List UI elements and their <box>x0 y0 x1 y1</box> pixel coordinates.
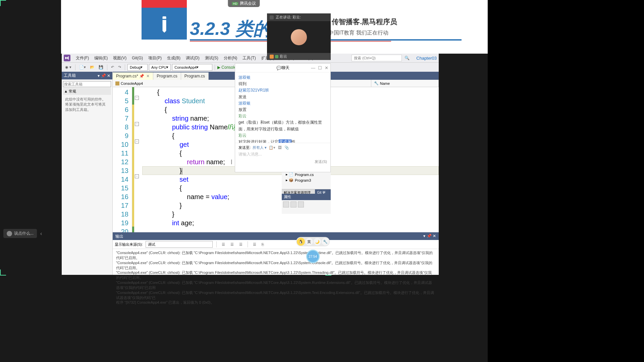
categorize-button[interactable] <box>283 201 289 207</box>
pencil-icon <box>152 12 176 36</box>
vs-menubar: 文件(F)编辑(E)视图(V)Git(G)项目(P)生成(B)调试(D)测试(S… <box>62 54 439 62</box>
menu-item[interactable]: 调试(D) <box>183 56 202 60</box>
properties-title: 属性 <box>282 194 331 200</box>
redo-button[interactable]: ↷ <box>117 64 122 70</box>
output-title: 输出 ▾ 📌 ✕ <box>113 233 439 240</box>
menu-item[interactable]: 编辑(E) <box>92 56 110 60</box>
chat-input[interactable]: 请输入消息... <box>238 152 327 157</box>
menu-item[interactable]: 测试(S) <box>202 56 221 60</box>
menu-item[interactable]: Git(G) <box>129 56 146 60</box>
new-item-button[interactable]: 📄▾ <box>78 64 87 70</box>
chat-header: 💬 聊天 — ☐ ✕ <box>235 64 330 72</box>
toolbox-empty-message: 此组中没有可用的控件。将某项拖至此文本可将其添加到工具箱。 <box>63 95 111 114</box>
solution-item[interactable]: ▸ 📦 Program3 <box>282 177 331 183</box>
output-panel: 输出 ▾ 📌 ✕ 显示输出来源(S): 调试 ☰☰☰ ☰ ⎘ "ConsoleA… <box>113 232 439 275</box>
mic-input-button[interactable]: 说点什么... <box>3 229 37 238</box>
file-tab[interactable]: Program.cs <box>181 72 209 80</box>
person-icon <box>270 55 274 59</box>
slide-blue-block <box>142 8 187 40</box>
send-to-label: 发送至: <box>238 145 251 150</box>
image-icon[interactable]: 🖼 <box>278 145 282 150</box>
undo-button[interactable]: ↶ <box>110 64 115 70</box>
file-tab[interactable]: Program.cs <box>153 72 181 80</box>
speaking-indicator: 正在讲话: 彩云: <box>267 13 331 21</box>
vs-logo-icon <box>64 55 70 61</box>
bottom-toolbar: 说点什么... ‹ <box>3 229 42 238</box>
wrench-button[interactable] <box>298 201 304 207</box>
solution-item[interactable]: ▸ 📄 Program.cs <box>282 172 331 177</box>
participant-name: 彩云 <box>267 53 331 60</box>
properties-panel: 属性 <box>282 194 331 214</box>
context-project[interactable]: ConsoleApp4 <box>113 80 242 87</box>
menu-item[interactable]: 工具(T) <box>240 56 258 60</box>
maximize-button[interactable]: ☐ <box>318 65 322 70</box>
output-content[interactable]: "ConsoleApp4.exe" (CoreCLR: clrhost): 已加… <box>113 249 439 306</box>
ime-settings-icon[interactable]: 🔧 <box>322 238 329 245</box>
toolbox-category[interactable]: ▲ 常规 <box>63 88 111 95</box>
alphabetize-button[interactable] <box>290 201 297 207</box>
ime-toolbar[interactable]: 🐧 英 🌙 🔧 <box>296 237 330 246</box>
output-toolbar: 显示输出来源(S): 调试 ☰☰☰ ☰ ⎘ <box>113 240 439 249</box>
video-thumbnail[interactable]: 正在讲话: 彩云: 彩云 <box>267 13 331 59</box>
back-button[interactable]: ◉ ▾ <box>64 64 73 70</box>
menu-item[interactable]: 分析(N) <box>221 56 240 60</box>
menu-item[interactable]: 项目(P) <box>146 56 164 60</box>
toolbox-search[interactable] <box>63 81 111 87</box>
status-dot <box>275 55 278 58</box>
output-source-dropdown[interactable]: 调试 <box>146 241 213 248</box>
vs-search-input[interactable] <box>352 55 402 61</box>
menu-item[interactable]: 生成(B) <box>164 56 183 60</box>
file-icon[interactable]: 📎 <box>284 145 289 150</box>
project-dropdown[interactable]: ConsoleApp4 ▾ <box>172 64 212 71</box>
config-dropdown[interactable]: Debug ▾ <box>127 64 148 71</box>
timer-widget[interactable]: 27:54 <box>306 250 320 263</box>
mic-icon <box>270 15 274 19</box>
close-button[interactable]: ✕ <box>325 65 328 70</box>
participant-avatar <box>267 21 331 53</box>
chat-messages[interactable]: 游双银得到赵紫芯321VR1班发送游双银放置彩云get（取值）和set（赋值）方… <box>235 72 330 143</box>
menu-item[interactable]: 视图(V) <box>110 56 129 60</box>
screenshot-icon[interactable]: 📋▾ <box>269 145 275 150</box>
chevron-left-icon[interactable]: ‹ <box>40 231 42 237</box>
save-button[interactable]: 💾 <box>97 64 105 70</box>
chat-panel: 💬 聊天 — ☐ ✕ 游双银得到赵紫芯321VR1班发送游双银放置彩云get（取… <box>235 63 331 172</box>
menu-item[interactable]: 文件(F) <box>73 56 92 60</box>
ime-moon-icon[interactable]: 🌙 <box>314 238 321 245</box>
platform-dropdown[interactable]: Any CPU ▾ <box>149 64 171 71</box>
tencent-meeting-badge: HD腾讯会议 <box>228 0 260 7</box>
open-button[interactable]: 📂 <box>89 64 96 70</box>
toolbox-panel: 工具箱 ▾ 📌 ✕ ▲ 常规 此组中没有可用的控件。将某项拖至此文本可将其添加到… <box>62 72 113 275</box>
smiley-icon <box>7 231 12 236</box>
ime-mascot-icon[interactable]: 🐧 <box>297 238 305 246</box>
send-to-dropdown[interactable]: 所有人 ▾ <box>253 145 267 150</box>
minimize-button[interactable]: — <box>311 65 315 70</box>
slide-red-accent <box>142 0 187 8</box>
solution-name: Chapter03 <box>416 56 437 61</box>
file-tab[interactable]: Program.cs* 📌✕ <box>113 72 153 80</box>
context-member[interactable]: 🔧Name <box>371 80 439 87</box>
send-button[interactable]: 发送(S) <box>238 159 327 164</box>
ime-lang-button[interactable]: 英 <box>306 238 313 245</box>
toolbox-title: 工具箱 ▾ 📌 ✕ <box>62 72 112 79</box>
